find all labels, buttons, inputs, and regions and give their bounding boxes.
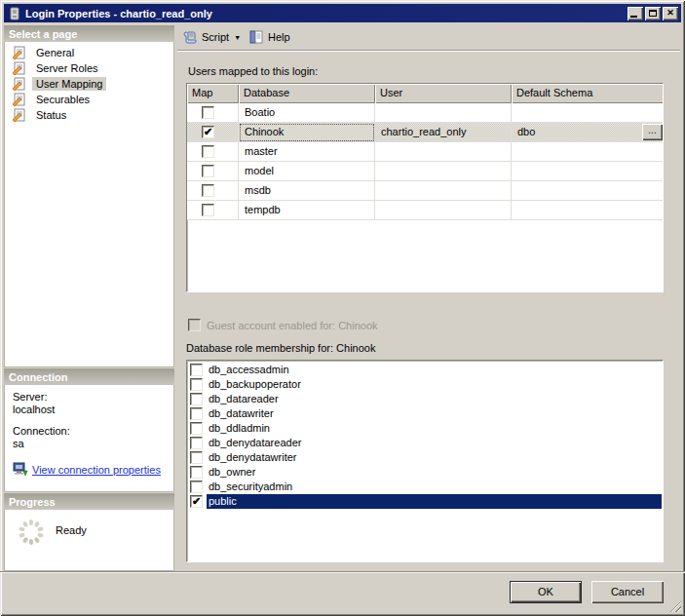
table-row-master[interactable]: master: [187, 142, 663, 162]
map-checkbox[interactable]: [202, 145, 214, 158]
default-schema-cell: [512, 181, 664, 201]
role-item-db-datawriter[interactable]: db_datawriter: [188, 406, 662, 421]
toolbar: Script ▼ Help: [178, 26, 294, 48]
table-row-boatio[interactable]: Boatio: [187, 103, 663, 123]
sidebar-item-status[interactable]: Status: [5, 107, 173, 123]
role-item-db-datareader[interactable]: db_datareader: [188, 392, 662, 406]
table-row-model[interactable]: model: [187, 162, 663, 181]
user-cell: [375, 181, 512, 201]
default-schema-cell: dbo...: [512, 123, 664, 142]
server-value: localhost: [13, 404, 173, 416]
chevron-down-icon: ▼: [234, 34, 241, 41]
role-checkbox[interactable]: [190, 378, 203, 391]
role-checkbox[interactable]: [190, 437, 203, 449]
role-checkbox[interactable]: [190, 407, 203, 420]
role-checkbox[interactable]: [190, 393, 203, 405]
map-checkbox[interactable]: [202, 165, 214, 177]
role-checkbox[interactable]: [190, 451, 203, 464]
role-checkbox[interactable]: [190, 364, 203, 376]
default-schema-cell: [512, 201, 664, 220]
map-cell: [187, 142, 239, 162]
page-icon: [12, 93, 27, 106]
guest-account-label: Guest account enabled for: Chinook: [207, 320, 378, 331]
connection-panel: Server: localhost Connection: sa View co…: [4, 385, 174, 492]
map-checkbox[interactable]: [202, 106, 214, 119]
connection-value: sa: [13, 438, 173, 450]
guest-account-checkbox: [188, 319, 201, 331]
role-item-db-denydatawriter[interactable]: db_denydatawriter: [188, 450, 662, 465]
role-item-db-accessadmin[interactable]: db_accessadmin: [188, 363, 662, 377]
user-cell: [375, 142, 512, 162]
role-item-db-owner[interactable]: db_owner: [188, 465, 662, 480]
role-item-db-securityadmin[interactable]: db_securityadmin: [188, 480, 662, 494]
close-button[interactable]: ✕: [663, 7, 678, 20]
map-checkbox[interactable]: [202, 184, 214, 197]
role-label: db_denydatawriter: [207, 450, 662, 465]
resize-grip[interactable]: [668, 599, 681, 612]
maximize-button[interactable]: [645, 7, 661, 20]
sidebar-item-securables[interactable]: Securables: [5, 92, 173, 107]
map-cell: [187, 201, 239, 220]
window-title: Login Properties - chartio_read_only: [25, 8, 626, 19]
role-label: public: [207, 494, 662, 509]
table-row-msdb[interactable]: msdb: [187, 181, 663, 201]
view-connection-properties-link[interactable]: View connection properties: [32, 464, 161, 476]
role-label: db_datareader: [207, 392, 662, 406]
script-scroll-icon: [182, 29, 198, 45]
browse-schema-button[interactable]: ...: [642, 124, 663, 140]
default-schema-cell: [512, 162, 664, 181]
role-item-db-ddladmin[interactable]: db_ddladmin: [188, 421, 662, 436]
role-checkbox[interactable]: [190, 422, 203, 435]
minimize-button[interactable]: [628, 7, 643, 20]
page-icon: [12, 77, 27, 91]
role-item-db-backupoperator[interactable]: db_backupoperator: [188, 377, 662, 392]
role-item-public[interactable]: public: [188, 494, 662, 509]
sidebar-item-label: Status: [32, 108, 70, 122]
map-checkbox[interactable]: [202, 204, 214, 216]
role-checkbox[interactable]: [190, 481, 203, 493]
user-cell: [375, 162, 512, 181]
role-label: db_ddladmin: [207, 421, 662, 436]
progress-header: Progress: [4, 492, 174, 510]
select-page-panel: General Server Roles User Mapping Secura…: [4, 42, 174, 367]
role-label: db_datawriter: [207, 406, 662, 421]
map-cell: [187, 181, 239, 201]
cancel-button[interactable]: Cancel: [591, 581, 664, 603]
column-header-user[interactable]: User: [375, 84, 512, 103]
help-button[interactable]: Help: [245, 26, 294, 48]
role-label: db_owner: [207, 465, 662, 480]
minimize-icon: [630, 16, 637, 18]
mapping-table-body: BoatioChinookchartio_read_onlydbo...mast…: [187, 103, 663, 220]
table-row-chinook[interactable]: Chinookchartio_read_onlydbo...: [187, 123, 663, 142]
user-cell: [375, 103, 512, 123]
connection-properties-icon: [13, 462, 28, 477]
column-header-map[interactable]: Map: [187, 84, 239, 103]
titlebar: Login Properties - chartio_read_only ✕: [4, 4, 681, 22]
role-checkbox[interactable]: [190, 495, 203, 508]
progress-spinner-icon: [17, 518, 46, 547]
role-label: db_backupoperator: [207, 377, 662, 392]
role-checkbox[interactable]: [190, 466, 203, 479]
login-properties-dialog: Login Properties - chartio_read_only ✕ S…: [0, 0, 685, 616]
page-icon: [12, 108, 27, 122]
ok-button[interactable]: OK: [510, 581, 582, 603]
script-button[interactable]: Script ▼: [178, 26, 245, 48]
sidebar-item-user-mapping[interactable]: User Mapping: [5, 76, 173, 92]
column-header-default-schema[interactable]: Default Schema: [512, 84, 664, 103]
database-cell: Boatio: [239, 103, 375, 123]
progress-status: Ready: [56, 524, 87, 536]
sidebar-item-general[interactable]: General: [5, 45, 173, 60]
sidebar-item-server-roles[interactable]: Server Roles: [5, 60, 173, 76]
map-checkbox[interactable]: [202, 126, 214, 138]
sidebar-item-label: General: [32, 46, 78, 59]
close-icon: ✕: [666, 9, 674, 18]
column-header-database[interactable]: Database: [239, 84, 375, 103]
role-item-db-denydatareader[interactable]: db_denydatareader: [188, 436, 662, 450]
table-row-tempdb[interactable]: tempdb: [187, 201, 663, 220]
user-cell: [375, 201, 512, 220]
user-cell: chartio_read_only: [375, 123, 512, 142]
role-membership-list: db_accessadmindb_backupoperatordb_datare…: [186, 360, 664, 562]
role-label: db_accessadmin: [207, 363, 662, 377]
users-mapped-label: Users mapped to this login:: [188, 65, 318, 77]
maximize-icon: [649, 10, 657, 17]
